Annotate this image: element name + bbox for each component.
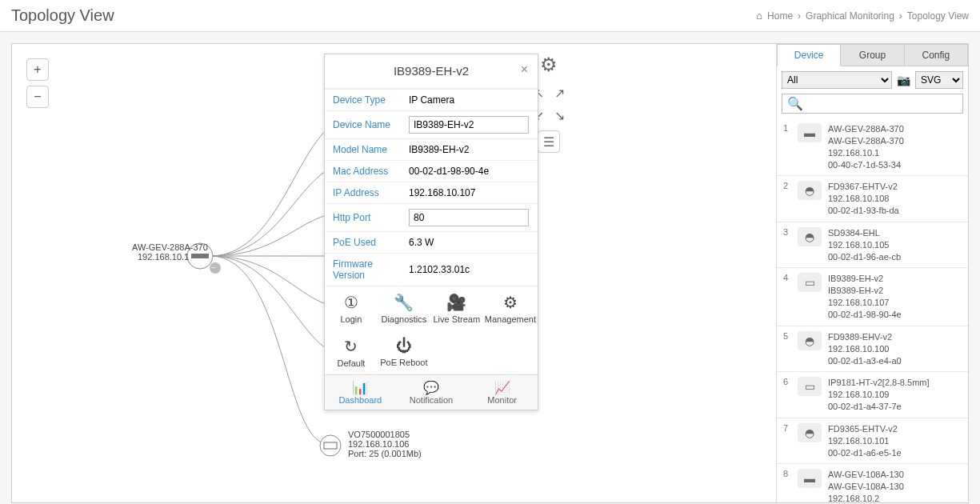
panel-title: IB9389-EH-v2	[394, 64, 469, 78]
poe-value: 6.3 W	[401, 232, 538, 254]
camera-icon: 🎥	[432, 293, 482, 312]
search-input[interactable]	[806, 98, 958, 110]
search-input-wrapper[interactable]: 🔍	[782, 94, 963, 114]
device-list-item[interactable]: 4▭IB9389-EH-v2IB9389-EH-v2192.168.10.107…	[777, 268, 968, 326]
default-button[interactable]: ↻Default	[325, 330, 378, 374]
root-node-name: AW-GEV-288A-370	[132, 242, 208, 252]
notification-tab[interactable]: 💬Notification	[396, 375, 467, 410]
poe-reboot-button[interactable]: ⏻PoE Reboot	[378, 330, 430, 374]
zoom-in-button[interactable]: +	[26, 58, 49, 81]
breadcrumb-l1[interactable]: Graphical Monitoring	[806, 10, 894, 22]
fw-label: Firmware Version	[325, 254, 401, 286]
search-icon: 🔍	[787, 96, 803, 111]
expand-icon-2[interactable]: ↗	[552, 86, 566, 100]
message-icon: 💬	[398, 380, 466, 395]
device-list-item[interactable]: 2◓FD9367-EHTV-v2192.168.10.10800-02-d1-9…	[777, 176, 968, 222]
refresh-icon: ↻	[326, 337, 376, 356]
device-list[interactable]: 1▬AW-GEV-288A-370AW-GEV-288A-370192.168.…	[777, 118, 968, 502]
model-name-value: IB9389-EH-v2	[401, 139, 538, 161]
device-list-item[interactable]: 8▬AW-GEV-108A-130AW-GEV-108A-130192.168.…	[777, 464, 968, 502]
main-area: + − − AW-GEV-288A-370 192.168.10.1	[11, 43, 969, 503]
monitor-tab[interactable]: 📈Monitor	[466, 375, 538, 410]
breadcrumb-l2: Topology View	[907, 10, 969, 22]
model-name-label: Model Name	[325, 139, 401, 161]
topology-canvas[interactable]: + − − AW-GEV-288A-370 192.168.10.1	[12, 44, 776, 502]
page-title: Topology View	[11, 6, 114, 25]
live-stream-button[interactable]: 🎥Live Stream	[430, 286, 483, 330]
format-select[interactable]: SVG	[915, 71, 963, 89]
chart-icon: 📈	[468, 380, 536, 395]
close-icon[interactable]: ×	[521, 62, 528, 77]
power-icon: ⏻	[379, 337, 429, 355]
extra-node-ip: 192.168.10.106	[348, 439, 409, 449]
collapse-icon-2[interactable]: ↘	[552, 108, 566, 122]
device-list-item[interactable]: 6▭IP9181-HT-v2[2.8-8.5mm]192.168.10.1090…	[777, 372, 968, 418]
sidebar: Device Group Config All 📷 SVG 🔍 1▬AW-GEV…	[776, 44, 968, 502]
mac-label: Mac Address	[325, 161, 401, 182]
svg-point-6	[320, 435, 341, 456]
fw-value: 1.2102.33.01c	[401, 254, 538, 286]
poe-label: PoE Used	[325, 232, 401, 254]
tab-device[interactable]: Device	[777, 44, 841, 66]
mac-value: 00-02-d1-98-90-4e	[401, 161, 538, 182]
svg-rect-1	[191, 254, 209, 258]
snapshot-icon[interactable]: 📷	[897, 74, 910, 86]
tab-config[interactable]: Config	[905, 44, 968, 66]
settings-gear-icon[interactable]: ⚙	[536, 52, 562, 78]
dashboard-tab[interactable]: 📊Dashboard	[325, 375, 396, 410]
http-port-input[interactable]	[409, 209, 529, 226]
extra-node-port: Port: 25 (0.001Mb)	[348, 449, 422, 458]
extra-node-mac: VO7500001805	[348, 430, 410, 439]
gear-icon: ⚙	[485, 293, 536, 312]
device-type-value: IP Camera	[401, 90, 538, 111]
device-list-item[interactable]: 5◓FD9389-EHV-v2192.168.10.10000-02-d1-a3…	[777, 326, 968, 373]
device-list-item[interactable]: 3◓SD9384-EHL192.168.10.10500-02-d1-96-ae…	[777, 222, 968, 269]
diagnostics-button[interactable]: 🔧Diagnostics	[378, 286, 430, 330]
device-detail-panel: IB9389-EH-v2 × Device TypeIP Camera Devi…	[324, 54, 538, 410]
root-node-ip: 192.168.10.1	[138, 252, 189, 262]
device-list-item[interactable]: 7◓FD9365-EHTV-v2192.168.10.10100-02-d1-a…	[777, 418, 968, 465]
svg-text:−: −	[211, 263, 216, 272]
device-list-item[interactable]: 1▬AW-GEV-288A-370AW-GEV-288A-370192.168.…	[777, 118, 968, 176]
management-button[interactable]: ⚙Management	[483, 286, 538, 330]
filter-select[interactable]: All	[782, 71, 892, 89]
http-label: Http Port	[325, 204, 401, 232]
device-type-label: Device Type	[325, 90, 401, 111]
breadcrumb: ⌂ Home› Graphical Monitoring› Topology V…	[756, 10, 969, 22]
zoom-out-button[interactable]: −	[26, 86, 49, 108]
ip-value: 192.168.10.107	[401, 182, 538, 204]
list-view-icon[interactable]: ☰	[538, 130, 560, 153]
login-button[interactable]: ①Login	[325, 286, 378, 330]
breadcrumb-home[interactable]: Home	[767, 10, 793, 22]
page-header: Topology View ⌂ Home› Graphical Monitori…	[0, 0, 980, 32]
gauge-icon: 📊	[326, 380, 394, 395]
home-icon[interactable]: ⌂	[756, 10, 762, 22]
wrench-icon: 🔧	[379, 293, 429, 312]
user-icon: ①	[326, 293, 376, 312]
tab-group[interactable]: Group	[841, 44, 904, 66]
device-name-input[interactable]	[409, 116, 529, 134]
device-name-label: Device Name	[325, 111, 401, 139]
ip-label: IP Address	[325, 182, 401, 204]
